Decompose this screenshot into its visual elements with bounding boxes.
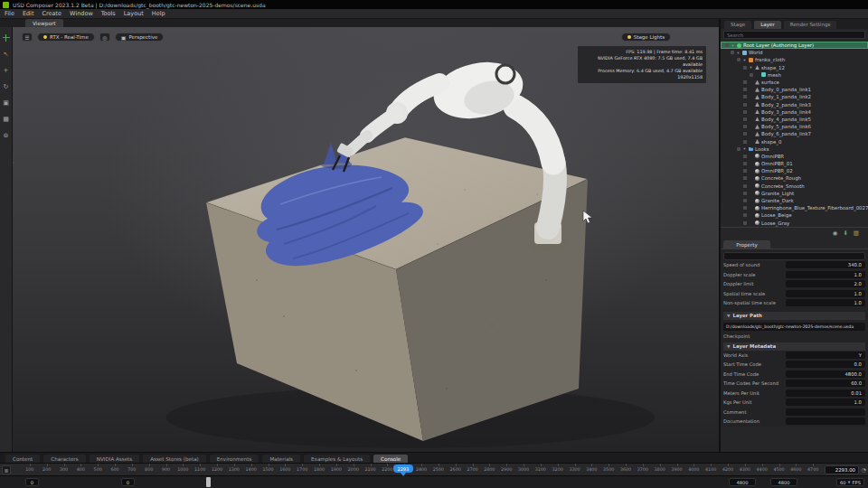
frame-selection-tool[interactable]: ⊚ <box>1 130 11 140</box>
save-layer-icon[interactable]: ⬇ <box>843 230 847 237</box>
menu-edit[interactable]: Edit <box>23 10 34 17</box>
tree-row[interactable]: Granite_Dark <box>721 197 868 204</box>
visibility-toggle-icon[interactable] <box>743 80 747 84</box>
tree-row[interactable]: Loose_Beige <box>721 211 868 219</box>
metadata-value-field[interactable]: 0.01 <box>786 389 865 397</box>
camera-dropdown[interactable]: ▣ Perspective <box>115 33 165 42</box>
property-value-field[interactable]: 340.0 <box>786 261 865 268</box>
visibility-toggle-icon[interactable] <box>725 43 729 47</box>
layer-path-value[interactable]: D:/downloads/gtc_booth/gtc-newton-2025-d… <box>723 323 865 331</box>
tree-row[interactable]: Body_3_panda_link4 <box>721 108 868 116</box>
visibility-toggle-icon[interactable] <box>743 95 747 99</box>
tab-examples-layouts[interactable]: Examples & Layouts <box>304 455 370 463</box>
expand-caret-icon[interactable]: ▾ <box>749 65 753 70</box>
tab-asset-stores-beta-[interactable]: Asset Stores (beta) <box>143 455 206 463</box>
visibility-toggle-icon[interactable] <box>743 155 747 158</box>
metadata-value-field[interactable]: 0.0 <box>786 361 865 368</box>
metadata-value-field[interactable]: 4800.0 <box>786 371 865 378</box>
save-all-icon[interactable]: ▥ <box>854 230 859 237</box>
tab-content[interactable]: Content <box>5 455 40 463</box>
tree-row[interactable]: Herringbone_Blue_Texture_Fiberboard_0027… <box>721 204 868 211</box>
renderer-dropdown[interactable]: RTX - Real-Time <box>37 33 95 42</box>
metadata-value-field[interactable] <box>786 408 865 416</box>
move-tool[interactable]: + <box>1 65 11 75</box>
metadata-value-field[interactable]: 1.0 <box>786 399 865 406</box>
tab-console[interactable]: Console <box>373 455 408 463</box>
transform-gizmo-tool[interactable] <box>1 33 11 42</box>
range-end-field[interactable]: 4800 <box>770 478 797 486</box>
timeline-options-button[interactable]: ≣ <box>2 465 11 474</box>
property-value-field[interactable]: 2.0 <box>786 280 865 287</box>
tree-row[interactable]: Body_2_panda_link3 <box>721 101 868 108</box>
search-input[interactable] <box>723 31 865 39</box>
tab-characters[interactable]: Characters <box>43 455 86 463</box>
menu-layout[interactable]: Layout <box>124 10 144 17</box>
tab-layer[interactable]: Layer <box>754 21 781 29</box>
visibility-toggle-icon[interactable] <box>743 213 747 217</box>
scale-tool[interactable]: ▣ <box>1 98 11 108</box>
range-start-field[interactable]: 0 <box>121 478 135 486</box>
property-value-field[interactable]: 1.0 <box>786 271 865 278</box>
visibility-toggle-icon[interactable] <box>743 199 747 202</box>
loop-region-handle[interactable] <box>206 477 211 487</box>
tree-row[interactable]: OmniPBR <box>721 153 868 160</box>
range-start-field[interactable]: 0 <box>25 478 39 486</box>
tree-row[interactable]: Body_6_panda_link7 <box>721 130 868 137</box>
viewport-menu-button[interactable]: ☰ <box>22 33 33 42</box>
rotate-tool[interactable]: ↻ <box>1 81 11 91</box>
tree-row[interactable]: Concrete_Smooth <box>721 183 868 190</box>
layer-metadata-header[interactable]: ▼ Layer Metadata <box>723 343 865 351</box>
tree-row[interactable]: ▾franka_cloth <box>721 56 868 63</box>
tree-row[interactable]: mesh <box>721 71 868 79</box>
tab-stage[interactable]: Stage <box>724 21 751 29</box>
visibility-toggle-icon[interactable] <box>743 66 747 70</box>
expand-caret-icon[interactable]: ▾ <box>731 43 735 48</box>
menu-help[interactable]: Help <box>152 10 165 17</box>
tree-row[interactable]: OmniPBR_02 <box>721 167 868 174</box>
tree-row[interactable]: shape_0 <box>721 137 868 145</box>
visibility-toggle-icon[interactable] <box>743 162 747 165</box>
visibility-toggle-icon[interactable] <box>743 169 747 173</box>
render-settings-button[interactable]: ◎ <box>99 33 110 42</box>
visibility-toggle-icon[interactable] <box>743 132 747 136</box>
visibility-toggle-icon[interactable] <box>743 176 747 180</box>
visibility-toggle-icon[interactable] <box>737 58 741 61</box>
menu-file[interactable]: File <box>5 10 14 17</box>
visibility-toggle-icon[interactable] <box>743 221 747 225</box>
range-end-field[interactable]: 4800 <box>729 478 756 486</box>
menu-tools[interactable]: Tools <box>101 10 116 17</box>
visibility-toggle-icon[interactable] <box>743 110 747 114</box>
current-frame-field[interactable]: 2293.00 <box>825 465 859 474</box>
tree-row[interactable]: Body_4_panda_link5 <box>721 116 868 123</box>
tree-row[interactable]: Body_5_panda_link6 <box>721 123 868 130</box>
tree-row[interactable]: Body_0_panda_link1 <box>721 86 868 93</box>
tree-row[interactable]: ▾World <box>721 49 868 56</box>
property-value-field[interactable]: 1.0 <box>786 299 865 306</box>
visibility-toggle-icon[interactable] <box>743 117 747 121</box>
fps-dropdown[interactable]: 60 ▼ FPS <box>836 478 864 486</box>
tree-row[interactable]: Concrete_Rough <box>721 174 868 182</box>
visibility-toggle-icon[interactable] <box>731 51 734 54</box>
menu-window[interactable]: Window <box>70 10 93 17</box>
tab-materials[interactable]: Materials <box>262 455 300 463</box>
metadata-value-field[interactable] <box>786 418 865 425</box>
visibility-toggle-icon[interactable] <box>750 73 753 77</box>
expand-caret-icon[interactable]: ▾ <box>742 146 747 151</box>
visibility-toggle-icon[interactable] <box>743 88 747 91</box>
tree-row[interactable]: ▾Root Layer (Authoring Layer) <box>721 42 868 49</box>
visibility-toggle-icon[interactable] <box>743 206 747 210</box>
timeline-ruler[interactable]: ≣ 2293 2293.00 ◔ 10020030040050060070080… <box>0 463 868 475</box>
tree-row[interactable]: Granite_Light <box>721 190 868 197</box>
property-value-field[interactable]: 1.0 <box>786 290 865 297</box>
snap-tool[interactable]: ▦ <box>1 114 11 124</box>
visibility-toggle-icon[interactable] <box>737 147 741 151</box>
visibility-toggle-icon[interactable] <box>743 184 747 188</box>
camera-icon[interactable]: ◉ <box>833 230 838 237</box>
tab-render-settings[interactable]: Render Settings <box>784 21 837 29</box>
property-search-field[interactable] <box>723 252 865 260</box>
timeline-range-bar[interactable]: 60 ▼ FPS 0048004800 <box>0 475 868 488</box>
visibility-toggle-icon[interactable] <box>743 140 747 144</box>
menu-create[interactable]: Create <box>42 10 61 17</box>
tree-row[interactable]: surface <box>721 79 868 86</box>
tab-environments[interactable]: Environments <box>210 455 259 463</box>
